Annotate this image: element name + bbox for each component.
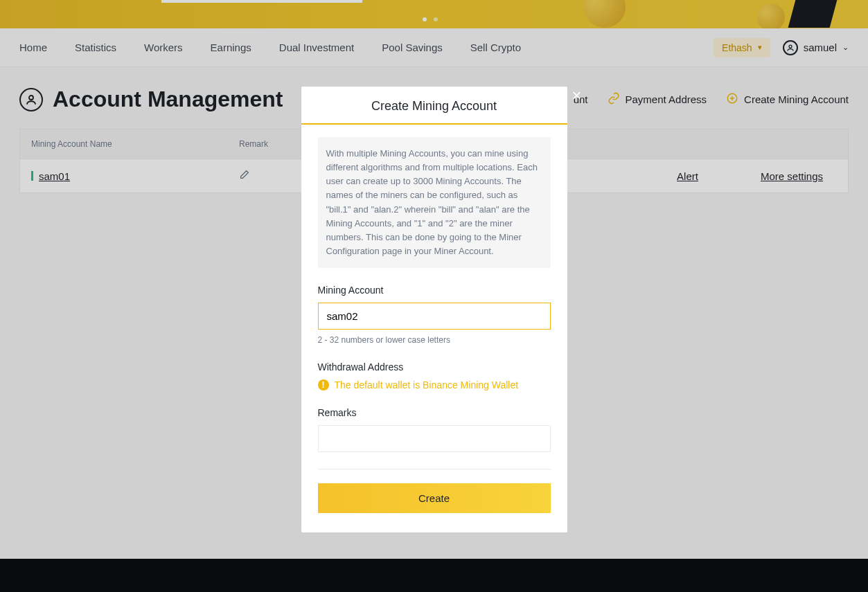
mining-account-input[interactable] (318, 303, 551, 330)
remarks-label: Remarks (318, 407, 551, 418)
wallet-notice-text: The default wallet is Binance Mining Wal… (335, 379, 519, 391)
modal-info-text: With multiple Mining Accounts, you can m… (318, 137, 551, 268)
mining-account-hint: 2 - 32 numbers or lower case letters (318, 335, 551, 345)
divider (318, 469, 551, 469)
modal-overlay[interactable]: × Create Mining Account With multiple Mi… (0, 0, 868, 592)
create-mining-account-modal: × Create Mining Account With multiple Mi… (301, 87, 567, 532)
remarks-input[interactable] (318, 425, 551, 452)
create-button[interactable]: Create (318, 483, 551, 513)
close-icon[interactable]: × (567, 86, 587, 105)
modal-title: Create Mining Account (301, 87, 567, 125)
mining-account-label: Mining Account (318, 285, 551, 296)
wallet-notice: ! The default wallet is Binance Mining W… (318, 379, 551, 391)
warning-icon: ! (318, 379, 329, 391)
withdrawal-address-label: Withdrawal Address (318, 361, 551, 373)
